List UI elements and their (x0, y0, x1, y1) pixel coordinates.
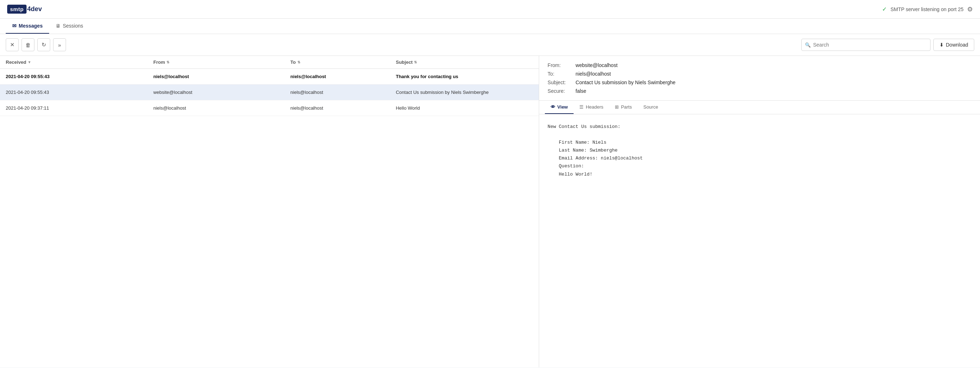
tab-sessions[interactable]: 🖥 Sessions (49, 19, 90, 34)
cell-from: niels@localhost (153, 74, 290, 79)
download-label: Download (946, 42, 968, 48)
to-label: To (291, 59, 296, 65)
status-check-icon: ✓ (882, 6, 887, 13)
tab-messages[interactable]: ✉ Messages (6, 19, 49, 34)
meta-to-row: To: niels@localhost (548, 71, 971, 77)
main-tabs: ✉ Messages 🖥 Sessions (0, 19, 980, 34)
to-sort-icon: ⇅ (298, 60, 300, 64)
table-row[interactable]: 2021-04-20 09:55:43 website@localhost ni… (0, 84, 539, 100)
source-tab-label: Source (643, 104, 658, 109)
subject-sort-icon: ⇅ (414, 60, 417, 64)
messages-tab-icon: ✉ (12, 23, 16, 29)
sessions-tab-icon: 🖥 (56, 23, 60, 29)
cell-from: website@localhost (153, 90, 290, 95)
logo-4dev: 4dev (27, 5, 42, 13)
meta-subject-row: Subject: Contact Us submission by Niels … (548, 79, 971, 85)
headers-tab-label: Headers (586, 104, 603, 109)
col-received-header[interactable]: Received ▼ (6, 59, 153, 65)
cell-received: 2021-04-20 09:37:11 (6, 105, 153, 111)
cell-to: niels@localhost (291, 105, 396, 111)
view-tab-icon: 👁 (550, 104, 555, 109)
headers-tab-icon: ☰ (579, 104, 584, 109)
logo-smtp: smtp (7, 5, 27, 14)
subject-label: Subject (396, 59, 412, 65)
detail-content: New Contact Us submission: First Name: N… (539, 114, 980, 367)
parts-tab-icon: ⊞ (615, 104, 619, 109)
cell-to: niels@localhost (291, 90, 396, 95)
detail-tabs: 👁 View ☰ Headers ⊞ Parts Source (539, 101, 980, 114)
meta-to-label: To: (548, 71, 573, 77)
main-content: Received ▼ From ⇅ To ⇅ Subject ⇅ 2021-04… (0, 56, 980, 367)
parts-tab-label: Parts (621, 104, 632, 109)
meta-from-row: From: website@localhost (548, 62, 971, 68)
search-icon: 🔍 (805, 42, 811, 48)
search-input[interactable] (801, 39, 931, 51)
app-header: smtp4dev ✓ SMTP server listening on port… (0, 0, 980, 19)
download-button[interactable]: ⬇ Download (933, 39, 974, 51)
download-icon: ⬇ (939, 42, 944, 48)
logo: smtp4dev (7, 5, 42, 14)
cell-subject: Contact Us submission by Niels Swimbergh… (396, 90, 533, 95)
received-label: Received (6, 59, 26, 65)
clear-button[interactable]: ✕ (6, 38, 19, 51)
cell-received: 2021-04-20 09:55:43 (6, 74, 153, 79)
messages-list: Received ▼ From ⇅ To ⇅ Subject ⇅ 2021-04… (0, 56, 539, 367)
tab-messages-label: Messages (19, 23, 43, 29)
col-from-header[interactable]: From ⇅ (153, 59, 290, 65)
header-right: ✓ SMTP server listening on port 25 ⚙ (882, 5, 973, 13)
refresh-button[interactable]: ↻ (37, 38, 50, 51)
meta-subject-value: Contact Us submission by Niels Swimbergh… (576, 79, 676, 85)
view-tab-label: View (557, 104, 568, 109)
meta-from-value: website@localhost (576, 62, 618, 68)
meta-from-label: From: (548, 62, 573, 68)
cell-received: 2021-04-20 09:55:43 (6, 90, 153, 95)
meta-secure-label: Secure: (548, 88, 573, 94)
table-row[interactable]: 2021-04-20 09:37:11 niels@localhost niel… (0, 100, 539, 116)
tab-sessions-label: Sessions (63, 23, 83, 29)
cell-subject: Hello World (396, 105, 533, 111)
meta-secure-row: Secure: false (548, 88, 971, 94)
cell-from: niels@localhost (153, 105, 290, 111)
detail-panel: From: website@localhost To: niels@localh… (539, 56, 980, 367)
received-sort-icon: ▼ (28, 60, 31, 64)
delete-button[interactable]: 🗑 (22, 38, 35, 51)
detail-meta: From: website@localhost To: niels@localh… (539, 56, 980, 101)
gear-icon[interactable]: ⚙ (967, 5, 973, 13)
table-row[interactable]: 2021-04-20 09:55:43 niels@localhost niel… (0, 69, 539, 84)
cell-to: niels@localhost (291, 74, 396, 79)
tab-view[interactable]: 👁 View (545, 101, 574, 114)
status-text: SMTP server listening on port 25 (890, 6, 964, 12)
tab-source[interactable]: Source (638, 101, 663, 114)
tab-headers[interactable]: ☰ Headers (574, 101, 609, 114)
toolbar: ✕ 🗑 ↻ » 🔍 ⬇ Download (0, 34, 980, 56)
forward-button[interactable]: » (53, 38, 66, 51)
cell-subject: Thank you for contacting us (396, 74, 533, 79)
search-wrapper: 🔍 (801, 39, 931, 51)
col-subject-header[interactable]: Subject ⇅ (396, 59, 533, 65)
from-sort-icon: ⇅ (167, 60, 169, 64)
meta-to-value: niels@localhost (576, 71, 611, 77)
from-label: From (153, 59, 165, 65)
email-body: New Contact Us submission: First Name: N… (548, 123, 971, 178)
col-to-header[interactable]: To ⇅ (291, 59, 396, 65)
list-header: Received ▼ From ⇅ To ⇅ Subject ⇅ (0, 56, 539, 69)
tab-parts[interactable]: ⊞ Parts (609, 101, 638, 114)
meta-subject-label: Subject: (548, 79, 573, 85)
meta-secure-value: false (576, 88, 587, 94)
